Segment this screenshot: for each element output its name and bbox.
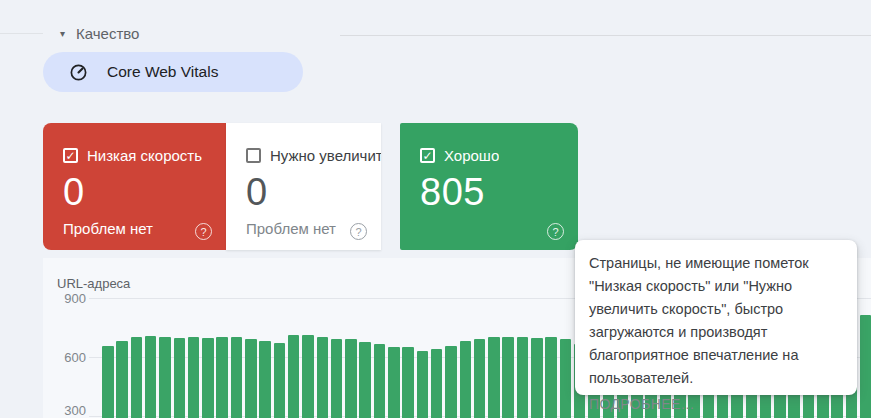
chart-bar [445,346,457,418]
chart-bar [388,347,400,418]
chart-bar [188,337,200,418]
chart-bar [317,337,329,418]
chart-bar [502,337,514,418]
chart-bar [531,338,543,418]
chart-bar [274,343,286,418]
chart-bar [431,349,443,418]
chart-bar [159,337,171,418]
chart-bar [460,341,472,418]
chart-bar [331,339,343,418]
chart-bar [488,337,500,418]
chart-bar [245,339,257,418]
help-tooltip: Страницы, не имеющие пометок "Низкая ско… [575,240,857,395]
chart-bar [288,335,300,418]
chart-bar [517,337,529,418]
chart-bar [402,347,414,418]
chart-bar [474,339,486,418]
chart-bar [116,341,128,418]
more-link[interactable]: ПОДРОБНЕЕ… [589,396,841,412]
chart-bar [359,342,371,418]
chart-bar [216,337,228,418]
chart-bar [102,346,114,418]
chart-bar [560,339,572,418]
chart-bar [202,338,214,418]
chart-bar [545,337,557,418]
tooltip-text: Страницы, не имеющие пометок "Низкая ско… [589,252,841,390]
chart-bar [417,351,429,418]
chart-bar [860,315,871,418]
chart-bar [131,337,143,418]
chart-bar [345,339,357,418]
core-web-vitals-page: ▾ Качество Core Web Vitals ✓ Низкая скор… [0,0,871,418]
chart-bar [302,335,314,418]
chart-bar [145,336,157,418]
chart-bar [259,341,271,418]
chart-bar [231,337,243,418]
chart-bar [374,344,386,418]
chart-bar [174,338,186,418]
